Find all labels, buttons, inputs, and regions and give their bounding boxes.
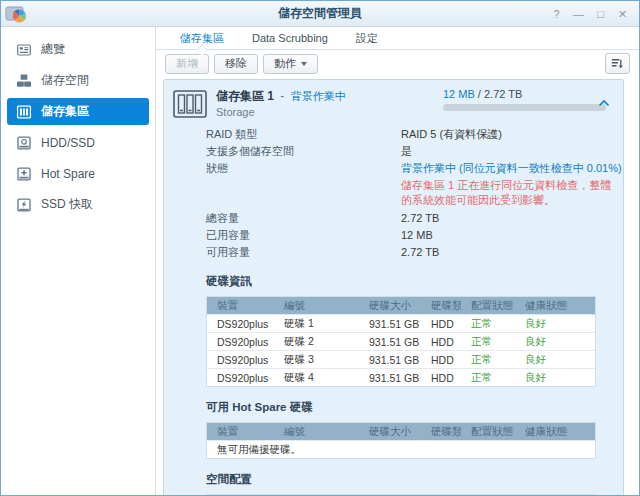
detail-row-used-capacity: 已用容量 12 MB [206,227,623,244]
cell-alloc-status: 正常 [461,353,515,367]
nas-enclosure-icon [173,90,207,118]
tab-settings[interactable]: 設定 [342,27,392,49]
close-icon[interactable]: ✕ [615,6,630,22]
caret-down-icon [301,62,307,66]
column-size: 硬碟大小 [359,299,421,313]
parity-check-warning: 儲存集區 1 正在進行同位元資料檢查，整體的系統效能可能因此受到影響。 [401,178,616,208]
table-row[interactable]: DS920plus 硬碟 4 931.51 GB HDD 正常 良好 [207,368,595,386]
remove-button[interactable]: 移除 [214,54,258,74]
sidebar-item-label: 儲存集區 [41,103,89,120]
usage-progress-bar [443,104,606,111]
sidebar-item-hot-spare[interactable]: Hot Spare [7,160,149,187]
toolbar: 新增 移除 動作 [156,50,639,77]
sidebar-item-label: 總覽 [41,41,65,58]
sidebar-item-volume[interactable]: 儲存空間 [7,67,149,94]
cell-device: DS920plus [207,318,274,330]
sidebar-item-overview[interactable]: 總覽 [7,36,149,63]
space-allocation-title: 空間配置 [206,472,623,487]
cell-number: 硬碟 4 [274,371,359,385]
cell-size: 931.51 GB [359,372,421,384]
detail-row-multi-volume: 支援多個儲存空間 是 [206,143,623,160]
sidebar-item-label: SSD 快取 [41,196,93,213]
storage-manager-window: 儲存空間管理員 ? — □ ✕ 總覽 儲存空間 儲存集區 HDD [0,0,640,496]
sidebar-item-label: HDD/SSD [41,136,95,150]
cell-type: HDD [421,336,461,348]
detail-row-raid-type: RAID 類型 RAID 5 (有資料保護) [206,126,623,143]
volume-icon [16,73,32,89]
table-row[interactable]: DS920plus 硬碟 2 931.51 GB HDD 正常 良好 [207,332,595,350]
column-health-status: 健康狀態 [515,299,595,313]
pool-name: 儲存集區 1 [216,89,274,103]
empty-message: 無可用備援硬碟。 [207,443,301,457]
cell-alloc-status: 正常 [461,371,515,385]
cell-health-status: 良好 [515,335,595,349]
detail-label: 可用容量 [206,244,401,261]
cell-health-status: 良好 [515,371,595,385]
space-allocation-table: 名稱 檔案系統 已用容量 總容量 i 無 [206,494,596,495]
detail-label: 狀態 [206,160,401,177]
column-alloc-status: 配置狀態 [461,425,515,439]
sidebar: 總覽 儲存空間 儲存集區 HDD/SSD Hot Spare SSD 快取 [1,27,156,495]
pool-usage: 12 MB / 2.72 TB [443,88,606,111]
column-alloc-status: 配置狀態 [461,299,515,313]
minimize-icon[interactable]: — [571,6,586,22]
hot-spare-icon [16,166,32,182]
ssd-cache-icon [16,197,32,213]
action-button[interactable]: 動作 [263,54,318,74]
sidebar-item-label: Hot Spare [41,167,95,181]
cell-size: 931.51 GB [359,318,421,330]
drive-info-table: 裝置 編號 硬碟大小 硬碟類型 配置狀態 健康狀態 DS920plus 硬碟 1… [206,296,596,387]
storage-pool-icon [16,104,32,120]
detail-label: 已用容量 [206,227,401,244]
sort-button[interactable] [605,53,630,74]
storage-pool-panel: 儲存集區 1 - 背景作業中 Storage 12 MB / 2.72 TB [163,79,624,495]
column-size: 硬碟大小 [359,425,421,439]
sidebar-item-storage-pool[interactable]: 儲存集區 [7,98,149,125]
cell-size: 931.51 GB [359,354,421,366]
pool-name-separator: - [280,89,284,103]
detail-label: 支援多個儲存空間 [206,143,401,160]
detail-value: 12 MB [401,227,433,244]
cell-device: DS920plus [207,336,274,348]
column-device: 裝置 [207,425,274,439]
collapse-panel-button[interactable] [598,93,610,111]
tab-data-scrubbing[interactable]: Data Scrubbing [238,27,342,49]
maximize-icon[interactable]: □ [593,6,608,22]
usage-total-value: 2.72 TB [484,88,522,100]
sort-icon [610,56,625,71]
help-icon[interactable]: ? [549,6,564,22]
storage-manager-app-icon [5,4,27,24]
table-row[interactable]: DS920plus 硬碟 3 931.51 GB HDD 正常 良好 [207,350,595,368]
tab-storage-pool[interactable]: 儲存集區 [166,27,238,49]
sidebar-item-hdd-ssd[interactable]: HDD/SSD [7,129,149,156]
create-button[interactable]: 新增 [165,54,209,74]
column-type: 硬碟類型 [421,299,461,313]
cell-alloc-status: 正常 [461,317,515,331]
cell-alloc-status: 正常 [461,335,515,349]
pool-header: 儲存集區 1 - 背景作業中 Storage 12 MB / 2.72 TB [164,87,623,118]
window-title: 儲存空間管理員 [1,5,639,22]
pool-inline-status: 背景作業中 [291,90,346,102]
detail-label: RAID 類型 [206,126,401,143]
hot-spare-title: 可用 Hot Spare 硬碟 [206,400,623,415]
detail-row-status: 狀態 背景作業中 (同位元資料一致性檢查中 0.01%) [206,160,623,177]
cell-device: DS920plus [207,372,274,384]
hot-spare-table: 裝置 編號 硬碟大小 硬碟類型 配置狀態 健康狀態 無可用備援硬碟。 [206,422,596,459]
column-type: 硬碟類型 [421,425,461,439]
usage-separator: / [475,88,484,100]
column-device: 裝置 [207,299,274,313]
cell-type: HDD [421,372,461,384]
pool-subtitle: Storage [216,106,346,118]
column-number: 編號 [274,425,359,439]
sidebar-item-ssd-cache[interactable]: SSD 快取 [7,191,149,218]
table-row[interactable]: DS920plus 硬碟 1 931.51 GB HDD 正常 良好 [207,314,595,332]
cell-device: DS920plus [207,354,274,366]
window-controls: ? — □ ✕ [549,6,639,22]
hdd-icon [16,135,32,151]
cell-number: 硬碟 2 [274,335,359,349]
action-button-label: 動作 [274,56,296,71]
pool-titles: 儲存集區 1 - 背景作業中 Storage [216,89,346,118]
table-header: 裝置 編號 硬碟大小 硬碟類型 配置狀態 健康狀態 [207,297,595,314]
detail-row-free-capacity: 可用容量 2.72 TB [206,244,623,261]
drive-info-title: 硬碟資訊 [206,274,623,289]
